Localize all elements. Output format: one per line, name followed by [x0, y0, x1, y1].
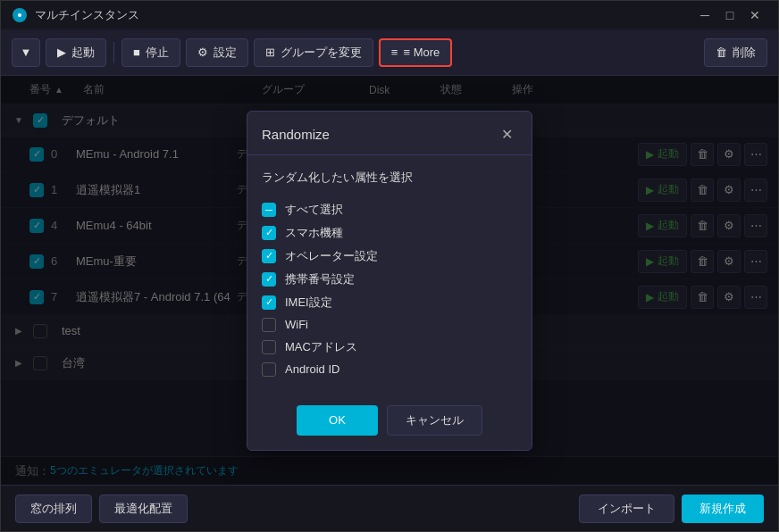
new-create-label: 新規作成: [699, 501, 746, 517]
option-label-phone: 携帯番号設定: [285, 271, 355, 287]
option-label-select-all: すべて選択: [285, 202, 343, 218]
modal-header: Randomize ✕: [247, 112, 532, 155]
main-content: 番号 ▲ 名前 グループ Disk 状態 操作 ▼ ✓ デフォルト ✓ 0: [1, 76, 778, 485]
checkmark-icon: ✓: [265, 227, 273, 238]
close-button[interactable]: ✕: [742, 3, 767, 28]
settings-button[interactable]: ⚙ 設定: [186, 38, 248, 67]
stop-button[interactable]: ■ 停止: [121, 38, 180, 67]
toolbar-separator-1: [113, 42, 114, 63]
window-title: マルチインスタンス: [35, 7, 139, 23]
more-label: ≡ More: [403, 46, 440, 59]
svg-point-2: [18, 13, 21, 17]
start-icon: ▶: [57, 46, 66, 59]
modal-option-phone[interactable]: ✓ 携帯番号設定: [262, 268, 517, 291]
import-label: インポート: [598, 501, 656, 517]
modal-cancel-button[interactable]: キャンセル: [387, 405, 482, 436]
option-label-device: スマホ機種: [285, 225, 343, 241]
modal-body: ランダム化したい属性を選択 ─ すべて選択 ✓ スマホ機種: [247, 155, 532, 395]
modal-title: Randomize: [262, 127, 330, 142]
filter-button[interactable]: ▼: [12, 38, 40, 67]
group-change-button[interactable]: ⊞ グループを変更: [254, 38, 373, 67]
modal-overlay: Randomize ✕ ランダム化したい属性を選択 ─ すべて選択: [1, 76, 778, 485]
toolbar: ▼ ▶ 起動 ■ 停止 ⚙ 設定 ⊞ グループを変更 ≡ ≡ More 🗑 削除: [1, 29, 778, 76]
delete-button[interactable]: 🗑 削除: [704, 38, 767, 67]
new-create-button[interactable]: 新規作成: [682, 495, 764, 523]
modal-close-button[interactable]: ✕: [496, 124, 517, 145]
arrange-windows-button[interactable]: 窓の排列: [15, 495, 92, 523]
title-bar-controls: ─ □ ✕: [692, 3, 767, 28]
modal-option-device[interactable]: ✓ スマホ機種: [262, 221, 517, 245]
modal-checkbox-phone[interactable]: ✓: [262, 272, 276, 287]
start-button[interactable]: ▶ 起動: [46, 38, 106, 67]
modal-subtitle: ランダム化したい属性を選択: [262, 170, 517, 186]
modal-option-imei[interactable]: ✓ IMEI設定: [262, 291, 517, 314]
main-window: マルチインスタンス ─ □ ✕ ▼ ▶ 起動 ■ 停止 ⚙ 設定 ⊞ グループを…: [0, 0, 779, 532]
more-button[interactable]: ≡ ≡ More: [379, 38, 452, 67]
modal-checkbox-imei[interactable]: ✓: [262, 295, 276, 310]
option-label-operator: オペレーター設定: [285, 248, 378, 264]
title-bar-left: マルチインスタンス: [12, 7, 139, 23]
optimize-layout-label: 最適化配置: [114, 501, 172, 517]
modal-checkbox-device[interactable]: ✓: [262, 226, 276, 240]
indeterminate-icon: ─: [265, 204, 272, 215]
checkmark-icon: ✓: [265, 250, 273, 262]
group-label: グループを変更: [281, 45, 362, 61]
delete-label: 削除: [733, 45, 756, 61]
app-icon: [12, 7, 28, 23]
randomize-modal: Randomize ✕ ランダム化したい属性を選択 ─ すべて選択: [247, 111, 532, 451]
trash-icon: 🗑: [716, 46, 727, 59]
optimize-layout-button[interactable]: 最適化配置: [99, 495, 188, 523]
option-label-mac: MACアドレス: [285, 339, 357, 355]
modal-footer: OK キャンセル: [247, 395, 532, 450]
modal-checkbox-operator[interactable]: ✓: [262, 249, 276, 263]
modal-option-select-all[interactable]: ─ すべて選択: [262, 198, 517, 221]
option-label-imei: IMEI設定: [285, 295, 332, 311]
modal-option-mac[interactable]: MACアドレス: [262, 336, 517, 359]
modal-option-wifi[interactable]: WiFi: [262, 314, 517, 336]
footer: 窓の排列 最適化配置 インポート 新規作成: [1, 485, 778, 531]
modal-checkbox-wifi[interactable]: [262, 318, 276, 332]
minimize-button[interactable]: ─: [692, 3, 717, 28]
maximize-button[interactable]: □: [717, 3, 742, 28]
more-icon: ≡: [391, 46, 398, 59]
option-label-wifi: WiFi: [285, 318, 308, 331]
start-label: 起動: [71, 45, 95, 61]
modal-checkbox-android-id[interactable]: [262, 362, 276, 377]
import-button[interactable]: インポート: [579, 495, 674, 523]
checkmark-icon: ✓: [265, 296, 273, 308]
group-icon: ⊞: [265, 46, 275, 59]
modal-ok-button[interactable]: OK: [297, 405, 378, 436]
option-label-android-id: Android ID: [285, 362, 339, 376]
modal-checkbox-select-all[interactable]: ─: [262, 203, 276, 217]
checkmark-icon: ✓: [265, 273, 273, 285]
settings-icon: ⚙: [197, 46, 208, 59]
arrange-windows-label: 窓の排列: [30, 501, 77, 517]
settings-label: 設定: [214, 45, 237, 61]
modal-checkbox-mac[interactable]: [262, 340, 276, 354]
stop-label: 停止: [146, 45, 169, 61]
footer-right: インポート 新規作成: [579, 495, 764, 523]
modal-option-operator[interactable]: ✓ オペレーター設定: [262, 245, 517, 268]
stop-icon: ■: [133, 46, 140, 59]
title-bar: マルチインスタンス ─ □ ✕: [1, 1, 778, 29]
modal-option-android-id[interactable]: Android ID: [262, 359, 517, 380]
filter-icon: ▼: [21, 46, 32, 59]
